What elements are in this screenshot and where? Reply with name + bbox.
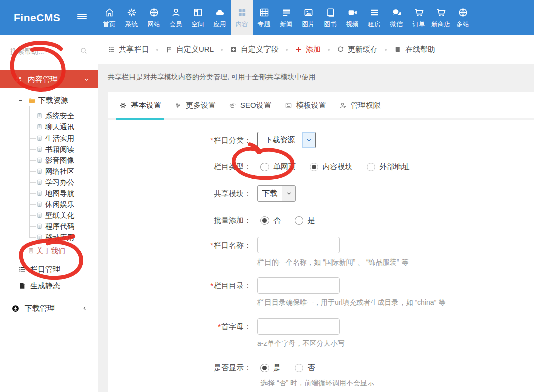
topnav-item-special[interactable]: 专题 (253, 0, 275, 35)
tree-item-label: 地图导航 (45, 189, 74, 198)
tree-item[interactable]: 休闲娱乐 (0, 199, 98, 210)
tree-item[interactable]: 系统安全 (0, 110, 98, 121)
page-description: 共享栏目是对共享模块内容的分类管理, 可用于全部共享模块中使用 (98, 65, 534, 92)
tab-template-settings[interactable]: 模板设置 (285, 92, 326, 118)
sidebar-item-generate-static[interactable]: 生成静态 (0, 279, 98, 293)
field-label: *栏目名称： (108, 237, 257, 253)
tree-item[interactable]: 程序代码 (0, 221, 98, 232)
radio-circle-icon (295, 216, 303, 225)
topnav-item-book[interactable]: 图书 (319, 0, 341, 35)
radio-circle-icon (260, 364, 269, 372)
tree-item[interactable]: 书籍阅读 (0, 144, 98, 155)
form-row-category: *栏目分类： 下载资源 (108, 132, 534, 148)
sidebar-item-column-management[interactable]: 栏目管理 (0, 262, 98, 276)
topnav-item-home[interactable]: 首页 (98, 0, 120, 35)
module-select[interactable]: 下载 (257, 185, 296, 202)
tree-item[interactable]: 聊天通讯 (0, 121, 98, 133)
tree-item[interactable]: 网络社区 (0, 166, 98, 177)
category-tree: 下载资源 系统安全 聊天通讯 生活实用 书籍阅读 影音图像 网络社区 学习办公 … (0, 94, 98, 256)
sidebar-section-label: 内容管理 (28, 75, 83, 84)
topnav-label: 图书 (324, 20, 337, 29)
topnav-item-news[interactable]: 新闻 (275, 0, 297, 35)
required-mark: * (210, 241, 213, 249)
main-content: 共享栏目 自定义URL 自定义字段 添加 更新缓存 在线帮助 共享栏目是对共享模… (98, 35, 534, 392)
refresh-cache-button[interactable]: 更新缓存 (337, 45, 378, 54)
settings-card: 基本设置 更多设置 SEO设置 模板设置 管理权限 *栏目分类： 下载资源 (108, 92, 534, 392)
form-row-first-letter: *首字母： a-z单个字母，不区分大小写 (108, 318, 534, 348)
tree-item-about-us[interactable]: 关于我们 (0, 245, 98, 256)
radio-external-url[interactable]: 外部地址 (367, 162, 410, 172)
topnav-item-multisite[interactable]: 多站 (452, 0, 474, 35)
tab-more-settings[interactable]: 更多设置 (174, 92, 216, 118)
required-mark: * (210, 136, 213, 144)
topnav-item-content-selected[interactable]: 内容 (231, 0, 253, 35)
topnav-item-site[interactable]: 网站 (143, 0, 165, 35)
field-hint: 栏目目录确保唯一，用于url填充或者生成目录，如 “china” 等 (257, 298, 534, 307)
doc-icon (36, 201, 43, 208)
category-select[interactable]: 下载资源 (257, 132, 316, 148)
doc-icon (36, 157, 43, 164)
cart-icon (436, 7, 446, 18)
finecms-admin-page: FineCMS 首页 系统 网站 会员 空间 应用 内容 专题 新闻 图片 图书… (0, 0, 534, 392)
tree-item-label: 书籍阅读 (45, 145, 74, 154)
column-directory-input[interactable] (257, 277, 340, 294)
topnav-item-order[interactable]: 订单 (408, 0, 430, 35)
add-button[interactable]: 添加 (295, 45, 321, 54)
tree-item[interactable]: 生活实用 (0, 133, 98, 144)
tab-basic-settings[interactable]: 基本设置 (119, 92, 161, 118)
sidebar: 内容管理 下载资源 系统安全 聊天通讯 生活实用 书籍阅读 影音图像 网络社区 … (0, 35, 98, 392)
tree-item[interactable]: 壁纸美化 (0, 210, 98, 221)
sidebar-section-content-management[interactable]: 内容管理 (0, 70, 98, 88)
search-icon[interactable] (80, 47, 88, 55)
column-name-input[interactable] (257, 237, 340, 253)
custom-fields-button[interactable]: 自定义字段 (230, 45, 279, 54)
user-add-icon (339, 102, 347, 109)
radio-display-yes[interactable]: 是 (260, 363, 281, 373)
topnav-item-app[interactable]: 应用 (209, 0, 231, 35)
tab-seo-settings[interactable]: SEO设置 (229, 92, 272, 118)
topnav-item-newshop[interactable]: 新商店 (430, 0, 452, 35)
first-letter-input[interactable] (257, 318, 340, 335)
tree-item[interactable]: 地图导航 (0, 188, 98, 199)
form-row-column-type: 栏目类型： 单网页 内容模块 外部地址 (108, 161, 534, 173)
tree-item[interactable]: 学习办公 (0, 177, 98, 188)
tab-manage-permissions[interactable]: 管理权限 (339, 92, 381, 118)
chevron-down-icon (282, 186, 295, 201)
tab-label: 管理权限 (351, 101, 381, 110)
collapse-toggle-icon[interactable] (18, 98, 23, 103)
cart-icon (414, 7, 424, 18)
topnav-item-wechat[interactable]: 微信 (385, 0, 408, 35)
topnav-item-system[interactable]: 系统 (120, 0, 143, 35)
online-help-button[interactable]: 在线帮助 (394, 45, 435, 54)
tree-item[interactable]: 影音图像 (0, 155, 98, 166)
radio-batch-yes[interactable]: 是 (295, 216, 315, 225)
custom-url-button[interactable]: 自定义URL (165, 45, 214, 54)
topnav-label: 多站 (457, 20, 469, 29)
chevron-down-icon (83, 76, 90, 83)
form-row-column-name: *栏目名称： 栏目的一个名称，如 “国际新闻” 、 “饰品服装” 等 (108, 237, 534, 267)
topnav-label: 新闻 (280, 20, 293, 29)
topnav-item-space[interactable]: 空间 (187, 0, 209, 35)
radio-content-module[interactable]: 内容模块 (310, 162, 352, 172)
topnav-item-picture[interactable]: 图片 (297, 0, 319, 35)
top-navigation: 首页 系统 网站 会员 空间 应用 内容 专题 新闻 图片 图书 视频 租房 微… (98, 0, 474, 35)
topnav-item-rent[interactable]: 租房 (363, 0, 385, 35)
tab-label: 更多设置 (186, 101, 216, 110)
menu-toggle-icon[interactable] (77, 14, 87, 22)
tree-item-label: 程序代码 (45, 222, 74, 231)
tree-item[interactable]: 移动应用 (0, 232, 98, 243)
radio-single-page[interactable]: 单网页 (260, 162, 296, 172)
sidebar-section-download-management[interactable]: 下载管理 (0, 300, 98, 317)
doc-icon (36, 123, 43, 130)
radio-display-no[interactable]: 否 (295, 363, 315, 373)
topnav-item-video[interactable]: 视频 (341, 0, 363, 35)
radio-batch-no[interactable]: 否 (260, 216, 281, 225)
search-input[interactable] (10, 45, 89, 57)
topnav-item-member[interactable]: 会员 (165, 0, 187, 35)
topnav-label: 会员 (170, 20, 182, 29)
topnav-label: 专题 (258, 20, 271, 29)
module-select-value: 下载 (258, 186, 282, 201)
topnav-label: 新商店 (431, 20, 450, 29)
tree-root-download-resources[interactable]: 下载资源 (0, 94, 98, 106)
shared-columns-button[interactable]: 共享栏目 (108, 45, 149, 54)
